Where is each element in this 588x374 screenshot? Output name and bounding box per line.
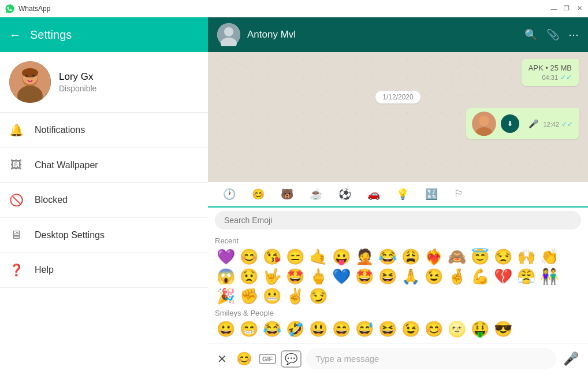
emoji-item[interactable]: 😆 <box>377 267 399 286</box>
audio-time: 12:42 <box>543 121 559 128</box>
message-input[interactable] <box>306 348 556 369</box>
emoji-search-input[interactable] <box>215 211 581 229</box>
emoji-item[interactable]: ✌️ <box>284 287 306 305</box>
emoji-item[interactable]: 😄 <box>330 320 352 338</box>
audio-message-meta: 12:42 ✓✓ <box>543 119 573 128</box>
settings-item-help[interactable]: ❓ Help <box>0 253 208 288</box>
emoji-item[interactable]: 😁 <box>238 320 260 338</box>
emoji-item[interactable]: 🤙 <box>307 247 329 266</box>
emoji-item[interactable]: 🤩 <box>284 267 306 286</box>
emoji-item[interactable]: 💔 <box>492 267 514 286</box>
emoji-item[interactable]: 👏 <box>538 247 560 266</box>
settings-header: ← Settings <box>0 17 208 52</box>
profile-section[interactable]: Lory Gx Disponible <box>0 52 208 113</box>
more-options-button[interactable]: ⋯ <box>568 28 579 41</box>
emoji-item[interactable]: 😊 <box>423 320 445 338</box>
emoji-item[interactable]: 😤 <box>515 267 537 286</box>
emoji-item[interactable]: 😊 <box>238 247 260 266</box>
emoji-item[interactable]: 👫 <box>538 267 560 286</box>
message-meta: 04:31 ✓✓ <box>529 73 572 82</box>
settings-item-notifications[interactable]: 🔔 Notifications <box>0 113 208 148</box>
emoji-item[interactable]: 🤣 <box>284 320 306 338</box>
whatsapp-logo-icon <box>5 3 15 14</box>
emoji-item[interactable]: 🤑 <box>469 320 491 338</box>
svg-point-5 <box>25 75 28 77</box>
emoji-tab-symbols[interactable]: 🔣 <box>417 182 446 208</box>
settings-item-blocked[interactable]: 🚫 Blocked <box>0 183 208 218</box>
message-status: ✓✓ <box>560 73 572 82</box>
notifications-label: Notifications <box>35 125 85 135</box>
emoji-item[interactable]: 😑 <box>284 247 306 266</box>
emoji-item[interactable]: 😘 <box>261 247 283 266</box>
emoji-item[interactable]: 🤟 <box>261 267 283 286</box>
emoji-item[interactable]: 🙌 <box>515 247 537 266</box>
emoji-item[interactable]: 😛 <box>330 247 352 266</box>
emoji-item[interactable]: 😩 <box>400 247 422 266</box>
audio-status: ✓✓ <box>561 120 573 128</box>
sticker-button[interactable]: 💬 <box>281 350 302 368</box>
attach-button[interactable]: 📎 <box>546 28 559 41</box>
emoji-item[interactable]: 🖕 <box>307 267 329 286</box>
svg-point-11 <box>479 116 489 126</box>
emoji-item[interactable]: 😆 <box>377 320 399 338</box>
emoji-item[interactable]: 🤦 <box>353 247 375 266</box>
notifications-icon: 🔔 <box>9 123 23 137</box>
emoji-item[interactable]: 😒 <box>492 247 514 266</box>
app-title: WhatsApp <box>18 5 50 13</box>
emoji-item[interactable]: ❤️‍🔥 <box>423 247 445 266</box>
blocked-icon: 🚫 <box>9 193 23 207</box>
emoji-tab-travel[interactable]: 🚗 <box>359 182 388 208</box>
contact-name: Antony Mvl <box>247 29 518 40</box>
emoji-item[interactable]: 🤞 <box>446 267 468 286</box>
emoji-item[interactable]: 😃 <box>307 320 329 338</box>
title-bar: WhatsApp — ❐ ✕ <box>0 0 588 17</box>
emoji-search <box>208 208 588 233</box>
emoji-item[interactable]: 🙈 <box>446 247 468 266</box>
search-chat-button[interactable]: 🔍 <box>524 28 537 41</box>
close-emoji-button[interactable]: ✕ <box>215 350 229 368</box>
emoji-tab-smileys[interactable]: 😊 <box>244 182 273 208</box>
settings-item-desktop-settings[interactable]: 🖥 Desktop Settings <box>0 218 208 253</box>
audio-meta: 12:42 ✓✓ <box>543 120 573 128</box>
emoji-item[interactable]: 💙 <box>330 267 352 286</box>
maximize-button[interactable]: ❐ <box>563 5 571 13</box>
emoji-tab-animals[interactable]: 🐻 <box>273 182 302 208</box>
emoji-item[interactable]: 😏 <box>307 287 329 305</box>
play-button[interactable]: ⬇ <box>501 114 519 133</box>
mic-button[interactable]: 🎤 <box>561 349 581 369</box>
emoji-item[interactable]: 😂 <box>261 320 283 338</box>
emoji-item[interactable]: 🎉 <box>215 287 237 305</box>
emoji-tab-recent[interactable]: 🕐 <box>215 182 244 208</box>
emoji-tab-objects[interactable]: 💡 <box>388 182 417 208</box>
emoji-tab-sports[interactable]: ⚽ <box>330 182 359 208</box>
avatar-svg <box>9 61 51 103</box>
emoji-button[interactable]: 😊 <box>234 349 254 369</box>
emoji-item[interactable]: 😅 <box>353 320 375 338</box>
settings-item-chat-wallpaper[interactable]: 🖼 Chat Wallpaper <box>0 148 208 183</box>
close-button[interactable]: ✕ <box>575 5 583 13</box>
back-button[interactable]: ← <box>9 28 21 42</box>
emoji-item[interactable]: 😂 <box>377 247 399 266</box>
emoji-item[interactable]: 🌝 <box>446 320 468 338</box>
emoji-item[interactable]: ✊ <box>238 287 260 305</box>
emoji-item[interactable]: 🤩 <box>353 267 375 286</box>
emoji-item[interactable]: 😟 <box>238 267 260 286</box>
desktop-settings-label: Desktop Settings <box>35 230 105 240</box>
emoji-item[interactable]: 💪 <box>469 267 491 286</box>
emoji-item[interactable]: 😉 <box>423 267 445 286</box>
profile-name: Lory Gx <box>59 71 199 83</box>
emoji-item[interactable]: 😇 <box>469 247 491 266</box>
gif-button[interactable]: GIF <box>259 354 276 364</box>
minimize-button[interactable]: — <box>550 5 558 13</box>
emoji-tab-flags[interactable]: 🏳 <box>446 182 472 208</box>
emoji-grid: Recent💜😊😘😑🤙😛🤦😂😩❤️‍🔥🙈😇😒🙌👏😱😟🤟🤩🖕💙🤩😆🙏😉🤞💪💔😤👫🎉… <box>208 233 588 343</box>
emoji-tab-food[interactable]: ☕ <box>302 182 330 208</box>
emoji-item[interactable]: 😬 <box>261 287 283 305</box>
emoji-item[interactable]: 😎 <box>492 320 514 338</box>
emoji-item[interactable]: 😉 <box>400 320 422 338</box>
emoji-item[interactable]: 😀 <box>215 320 237 338</box>
emoji-item[interactable]: 🙏 <box>400 267 422 286</box>
emoji-item[interactable]: 💜 <box>215 247 237 266</box>
emoji-item[interactable]: 😱 <box>215 267 237 286</box>
svg-point-8 <box>224 27 233 36</box>
